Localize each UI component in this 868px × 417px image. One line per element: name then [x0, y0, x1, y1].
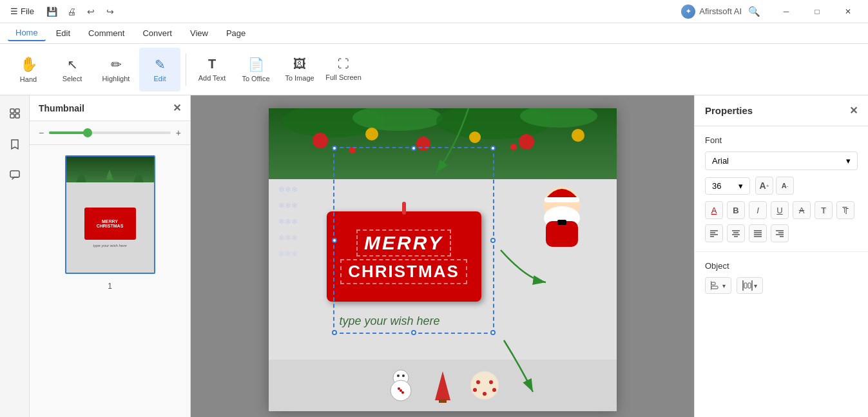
font-size-value: 36 — [712, 181, 721, 191]
align-center-button[interactable] — [727, 224, 745, 242]
svg-rect-0 — [10, 109, 14, 113]
edit-label: Edit — [154, 75, 166, 82]
menu-convert[interactable]: Convert — [135, 26, 180, 41]
font-section: Font Arial ▾ 36 ▾ A+ A- — [695, 126, 868, 252]
svg-point-12 — [469, 131, 481, 143]
italic-button[interactable]: I — [749, 201, 767, 219]
thumbnail-title: Thumbnail — [39, 103, 84, 113]
svg-point-25 — [397, 374, 400, 377]
object-align-button[interactable]: ▾ — [705, 277, 731, 294]
search-button[interactable]: 🔍 — [747, 5, 761, 19]
undo-button[interactable]: ↩ — [83, 4, 99, 19]
brand-label: Afirstsoft AI — [699, 6, 742, 16]
properties-header: Properties ✕ — [695, 95, 868, 126]
svg-point-27 — [398, 387, 400, 390]
menu-view[interactable]: View — [182, 26, 216, 41]
merry-text: MERRY — [364, 232, 443, 253]
zoom-out-button[interactable]: − — [39, 128, 44, 138]
minimize-button[interactable]: ─ — [771, 0, 801, 23]
close-button[interactable]: ✕ — [833, 0, 863, 23]
font-size-input[interactable]: 36 ▾ — [705, 177, 750, 195]
zoom-controls: − + — [30, 121, 190, 145]
zoom-slider[interactable] — [49, 131, 171, 134]
tool-to-image[interactable]: 🖼 To Image — [279, 48, 320, 92]
object-controls-row: ▾ ▾ — [705, 277, 858, 294]
redo-button[interactable]: ↪ — [102, 4, 118, 19]
svg-text:❄❄❄: ❄❄❄ — [278, 201, 298, 210]
svg-point-16 — [510, 144, 517, 150]
svg-rect-2 — [10, 114, 14, 118]
object-section: Object ▾ ▾ — [695, 252, 868, 303]
maximize-button[interactable]: □ — [802, 0, 832, 23]
to-office-icon: 📄 — [248, 57, 264, 72]
menu-page[interactable]: Page — [218, 26, 253, 41]
svg-point-11 — [416, 137, 430, 151]
object-label: Object — [705, 261, 858, 271]
sidebar-thumbnail[interactable] — [5, 103, 25, 124]
canvas-area[interactable]: W — [191, 95, 694, 417]
menu-comment[interactable]: Comment — [81, 26, 132, 41]
tool-full-screen[interactable]: ⛶ Full Screen — [323, 48, 364, 92]
thumbnail-panel: Thumbnail ✕ − + — [30, 95, 191, 417]
font-size-decrease-button[interactable]: A- — [776, 177, 794, 195]
sidebar-comment[interactable] — [5, 165, 25, 186]
main-area: Thumbnail ✕ − + — [0, 95, 868, 417]
select-label: Select — [63, 75, 82, 82]
tool-select[interactable]: ↖ Select — [52, 48, 93, 92]
menu-home[interactable]: Home — [8, 25, 46, 41]
full-screen-icon: ⛶ — [338, 57, 349, 71]
align-right-button[interactable] — [771, 224, 789, 242]
font-size-dropdown-icon: ▾ — [738, 181, 743, 191]
thumbnail-close-button[interactable]: ✕ — [173, 102, 181, 114]
thumbnail-content: MERRY CHRISTMAS type your wish here 1 — [30, 145, 190, 417]
menu-edit[interactable]: Edit — [48, 26, 78, 41]
svg-point-33 — [489, 380, 493, 384]
zoom-fill — [49, 131, 86, 134]
svg-rect-4 — [10, 171, 19, 177]
align-justify-button[interactable] — [749, 224, 767, 242]
font-color-button[interactable]: A — [705, 201, 723, 219]
page-thumbnail-1[interactable]: MERRY CHRISTMAS type your wish here — [65, 155, 155, 274]
select-icon: ↖ — [67, 57, 78, 72]
print-button[interactable]: 🖨 — [64, 4, 79, 19]
tool-to-office[interactable]: 📄 To Office — [235, 48, 276, 92]
underline-button[interactable]: U — [771, 201, 789, 219]
brand-area: ✦ Afirstsoft AI — [681, 5, 742, 19]
text-align-row — [705, 224, 858, 242]
to-image-label: To Image — [285, 74, 314, 82]
tool-highlight[interactable]: ✏ Highlight — [95, 48, 137, 92]
font-section-label: Font — [705, 135, 858, 145]
tool-add-text[interactable]: T Add Text — [191, 48, 233, 92]
tool-hand[interactable]: ✋ Hand — [8, 48, 49, 92]
font-outline-button[interactable]: T — [836, 201, 854, 219]
wish-text: type your wish here — [340, 315, 440, 327]
bold-button[interactable]: B — [727, 201, 745, 219]
object-distribute-button[interactable]: ▾ — [737, 277, 763, 294]
toolbar-separator — [186, 53, 186, 86]
file-label: File — [21, 6, 34, 16]
svg-point-9 — [313, 133, 328, 148]
font-family-dropdown[interactable]: Arial ▾ — [705, 151, 858, 170]
file-menu[interactable]: ☰ File — [5, 5, 39, 17]
svg-rect-22 — [557, 220, 566, 225]
window-controls: ─ □ ✕ — [771, 0, 863, 23]
svg-point-15 — [349, 147, 356, 153]
font-size-increase-button[interactable]: A+ — [755, 177, 773, 195]
edit-icon: ✎ — [155, 57, 166, 72]
zoom-in-button[interactable]: + — [176, 128, 181, 138]
sidebar-bookmark[interactable] — [5, 134, 25, 155]
svg-point-14 — [572, 129, 584, 142]
properties-close-button[interactable]: ✕ — [849, 104, 858, 117]
zoom-thumb[interactable] — [83, 128, 92, 137]
font-shadow-button[interactable]: T — [815, 201, 833, 219]
object-align-chevron: ▾ — [722, 282, 726, 289]
toolbar: ✋ Hand ↖ Select ✏ Highlight ✎ Edit T Add… — [0, 44, 868, 95]
hand-icon: ✋ — [20, 56, 37, 73]
save-button[interactable]: 💾 — [44, 4, 60, 19]
font-strikethrough-button[interactable]: A — [793, 201, 811, 219]
svg-point-35 — [483, 392, 487, 396]
align-left-button[interactable] — [705, 224, 723, 242]
page-canvas: W — [269, 108, 617, 411]
tool-edit[interactable]: ✎ Edit — [139, 48, 180, 92]
svg-text:❄❄❄: ❄❄❄ — [278, 217, 298, 226]
